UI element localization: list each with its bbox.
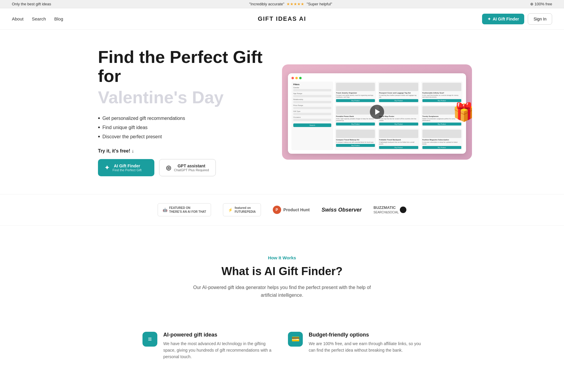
feature-item-1: ≡ AI-powered gift ideas We have the most… bbox=[142, 332, 276, 360]
product-buy-button-9[interactable]: Buy Product bbox=[422, 146, 461, 149]
product-card-5: World Map Poster A wall map that lets he… bbox=[378, 105, 419, 127]
feature-icon-2: 💳 bbox=[288, 332, 303, 347]
gift-box-decoration: 🎁 bbox=[453, 101, 472, 123]
hero-left: Find the Perfect Gift for Valentine's Da… bbox=[98, 47, 270, 176]
hero-animated-subtitle: Valentine's Day bbox=[98, 88, 270, 107]
nav-blog[interactable]: Blog bbox=[54, 16, 63, 21]
how-it-works-section: How It Works What is AI Gift Finder? Our… bbox=[148, 231, 416, 331]
openai-icon: ◎ bbox=[166, 164, 171, 171]
section-desc: Our AI-powered gift idea generator helps… bbox=[193, 284, 371, 299]
banner-left: Only the best gift ideas bbox=[12, 2, 51, 6]
product-card-3: Fashionable Infinity Scarf A chic scarf … bbox=[421, 82, 462, 103]
hero-bullets: Get personalized gift recommendations Fi… bbox=[98, 115, 270, 140]
nav-search[interactable]: Search bbox=[32, 16, 46, 21]
feature-title-2: Budget-friendly options bbox=[309, 332, 422, 338]
feature-icon-1: ≡ bbox=[142, 332, 157, 347]
sparkle-icon: ✦ bbox=[487, 17, 491, 21]
dot-yellow bbox=[295, 77, 298, 79]
hero-ai-finder-button[interactable]: ✦ AI Gift Finder Find the Perfect Gift bbox=[98, 159, 154, 176]
banner-stars: ★★★★★ bbox=[286, 2, 304, 6]
producthunt-label: Product Hunt bbox=[283, 207, 310, 212]
mockup-dots bbox=[291, 77, 462, 79]
play-button[interactable] bbox=[370, 105, 384, 119]
sparkle-icon-hero: ✦ bbox=[104, 164, 110, 171]
producthunt-icon: P bbox=[273, 206, 281, 214]
banner-center: "Incredibly accurate" ★★★★★ "Super helpf… bbox=[249, 2, 332, 6]
play-icon bbox=[375, 109, 380, 115]
hero-gpt-button[interactable]: ◎ GPT assistant ChatGPT Plus Required bbox=[159, 159, 216, 176]
navbar: About Search Blog GIFT IDEAS AI ✦ AI Gif… bbox=[0, 8, 564, 30]
press-swiss-observer: Swiss Observer bbox=[321, 207, 362, 213]
press-buzzmatic: BUZZMATICSEARCH&SOCIAL bbox=[373, 205, 406, 215]
nav-right: ✦ AI Gift Finder Sign In bbox=[482, 13, 552, 25]
hero-cta-text: Try it, it's free! ↓ bbox=[98, 148, 270, 154]
product-card-4: Portable Power Bank A thin, high-capacit… bbox=[335, 105, 376, 127]
nav-logo: GIFT IDEAS AI bbox=[258, 15, 306, 22]
product-card-1: Travel Jewelry Organizer Compact and sty… bbox=[335, 82, 376, 103]
product-card-2: Passport Cover and Luggage Tag Set A mat… bbox=[378, 82, 419, 103]
mockup-filters: Filters Gender Age Range Relationship bbox=[291, 82, 333, 150]
product-card-9: Fashion Magazine Subscription A one-year… bbox=[421, 128, 462, 150]
buzzmatic-icon bbox=[400, 207, 406, 213]
bullet-2: Find unique gift ideas bbox=[98, 124, 270, 131]
dot-red bbox=[291, 77, 294, 79]
product-card-7: Compact Travel Makeup Kit A compact make… bbox=[335, 128, 376, 150]
wallet-icon: 💳 bbox=[291, 335, 300, 343]
banner-right: ⊕ 100% free bbox=[530, 2, 552, 6]
hero-title: Find the Perfect Gift for bbox=[98, 47, 270, 85]
signin-button[interactable]: Sign In bbox=[528, 13, 552, 25]
nav-ai-finder-button[interactable]: ✦ AI Gift Finder bbox=[482, 14, 525, 24]
press-futurepedia: ⚡ featured onFUTUREPEDIA bbox=[223, 203, 261, 216]
section-title: What is AI Gift Finder? bbox=[160, 265, 404, 278]
banner-quote2: "Super helpful" bbox=[307, 2, 332, 6]
section-tag: How It Works bbox=[160, 255, 404, 260]
list-icon: ≡ bbox=[148, 335, 152, 343]
product-buy-button-8[interactable]: Buy Product bbox=[379, 146, 418, 149]
feature-desc-2: We are 100% free, and we earn through af… bbox=[309, 340, 422, 354]
mockup-search-button[interactable]: Search bbox=[293, 123, 331, 127]
hero-buttons: ✦ AI Gift Finder Find the Perfect Gift ◎… bbox=[98, 159, 270, 176]
press-producthunt: P Product Hunt bbox=[273, 206, 310, 214]
product-buy-button-1[interactable]: Buy Product bbox=[336, 99, 375, 102]
mockup-container: Filters Gender Age Range Relationship bbox=[282, 64, 472, 160]
feature-item-2: 💳 Budget-friendly options We are 100% fr… bbox=[288, 332, 422, 360]
free-icon: ⊕ bbox=[530, 2, 533, 6]
dot-green bbox=[299, 77, 302, 79]
hero-section: Find the Perfect Gift for Valentine's Da… bbox=[74, 30, 490, 188]
feature-desc-1: We have the most advanced AI technology … bbox=[163, 340, 276, 360]
product-buy-button-5[interactable]: Buy Product bbox=[379, 123, 418, 126]
press-section: 🤖 FEATURED ONTHERE'S AN AI FOR THAT ⚡ fe… bbox=[0, 194, 564, 226]
bullet-3: Discover the perfect present bbox=[98, 133, 270, 140]
feature-title-1: AI-powered gift ideas bbox=[163, 332, 276, 338]
features-grid: ≡ AI-powered gift ideas We have the most… bbox=[119, 332, 445, 378]
nav-about[interactable]: About bbox=[12, 16, 23, 21]
mockup-products: Travel Jewelry Organizer Compact and sty… bbox=[335, 82, 462, 150]
theresanai-icon: 🤖 bbox=[163, 208, 167, 212]
top-banner: Only the best gift ideas "Incredibly acc… bbox=[0, 0, 564, 8]
futurepedia-icon: ⚡ bbox=[228, 208, 233, 212]
nav-left: About Search Blog bbox=[12, 16, 63, 21]
press-theresanai: 🤖 FEATURED ONTHERE'S AN AI FOR THAT bbox=[158, 203, 211, 216]
product-buy-button-7[interactable]: Buy Product bbox=[336, 144, 375, 147]
banner-quote1: "Incredibly accurate" bbox=[249, 2, 284, 6]
product-buy-button-4[interactable]: Buy Product bbox=[336, 123, 375, 126]
bullet-1: Get personalized gift recommendations bbox=[98, 115, 270, 122]
product-buy-button-2[interactable]: Buy Product bbox=[379, 99, 418, 102]
hero-right: Filters Gender Age Range Relationship bbox=[282, 64, 472, 160]
product-card-8: Foldable Travel Backpack A lightweight b… bbox=[378, 128, 419, 150]
product-buy-button-6[interactable]: Buy Product bbox=[422, 123, 461, 126]
